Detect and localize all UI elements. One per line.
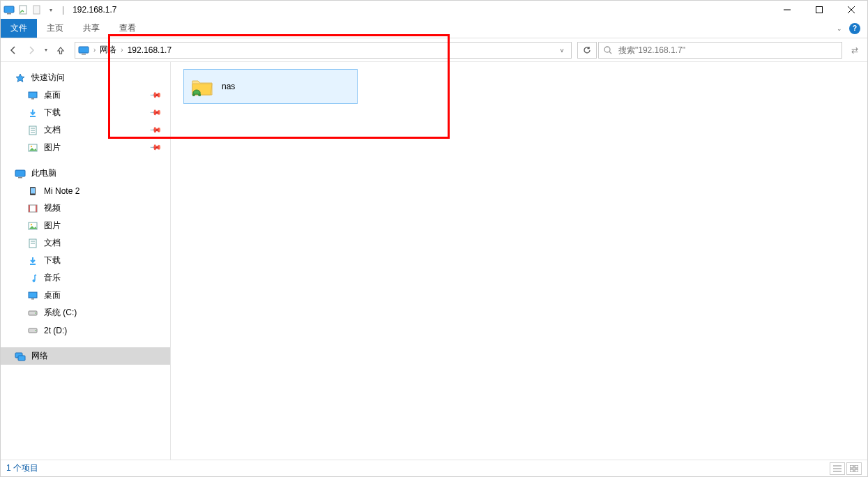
svg-point-43: [192, 93, 195, 96]
tree-this-pc[interactable]: 此电脑: [1, 165, 170, 182]
tree-pictures[interactable]: 图片 📌: [1, 139, 170, 156]
pin-icon: 📌: [149, 141, 162, 154]
tree-label: 文档: [44, 237, 61, 249]
tree-desktop-pc[interactable]: 桌面: [1, 287, 170, 304]
svg-point-29: [31, 223, 32, 225]
nav-back-button[interactable]: [5, 42, 22, 59]
svg-rect-35: [29, 292, 37, 298]
tree-downloads[interactable]: 下载 📌: [1, 104, 170, 121]
tree-downloads-pc[interactable]: 下载: [1, 252, 170, 269]
download-icon: [27, 107, 38, 119]
share-item-label: nas: [222, 82, 235, 91]
minimize-button[interactable]: [771, 1, 803, 19]
help-icon[interactable]: ?: [849, 23, 860, 34]
svg-rect-48: [850, 465, 853, 468]
breadcrumb-host[interactable]: 192.168.1.7: [128, 45, 172, 55]
breadcrumb-network[interactable]: 网络: [100, 44, 116, 56]
document-icon: [27, 125, 38, 136]
breadcrumb-sep-icon: ›: [93, 46, 96, 54]
svg-rect-42: [18, 356, 25, 361]
tree-label: Mi Note 2: [44, 186, 79, 196]
video-icon: [27, 203, 38, 214]
tree-label: 文档: [44, 124, 61, 136]
svg-rect-21: [15, 170, 25, 176]
pc-icon: [15, 168, 26, 179]
ribbon-expand-icon[interactable]: ⌄: [837, 25, 842, 32]
pin-icon: 📌: [149, 123, 162, 137]
breadcrumb-sep-icon: ›: [121, 46, 123, 54]
tree-label: 下载: [44, 255, 61, 266]
download-icon: [27, 255, 38, 266]
close-button[interactable]: [835, 1, 867, 19]
tree-drive-c[interactable]: 系统 (C:): [1, 304, 170, 321]
search-box[interactable]: [598, 42, 842, 59]
qat-properties-icon[interactable]: [17, 4, 29, 15]
svg-rect-0: [4, 6, 14, 13]
tree-label: 此电脑: [31, 167, 56, 179]
svg-point-20: [31, 145, 32, 146]
qat-new-folder-icon[interactable]: [31, 4, 43, 15]
svg-rect-12: [29, 92, 37, 98]
svg-rect-24: [31, 188, 35, 193]
tree-videos[interactable]: 视频: [1, 199, 170, 217]
maximize-button[interactable]: [803, 1, 835, 19]
address-dropdown-icon[interactable]: v: [556, 47, 568, 54]
search-icon: [603, 45, 613, 55]
desktop-icon: [27, 90, 38, 101]
tree-documents-pc[interactable]: 文档: [1, 234, 170, 252]
status-item-count: 1 个项目: [6, 462, 38, 474]
network-icon: [15, 351, 26, 362]
ribbon-tab-view[interactable]: 查看: [109, 19, 146, 38]
tree-network[interactable]: 网络: [1, 347, 170, 365]
svg-rect-8: [79, 47, 89, 53]
tree-label: 下载: [44, 107, 61, 119]
refresh-button[interactable]: [577, 42, 597, 59]
tree-desktop[interactable]: 桌面 📌: [1, 86, 170, 104]
ribbon-tab-file[interactable]: 文件: [1, 19, 37, 38]
svg-point-38: [35, 312, 36, 314]
nav-forward-button[interactable]: [23, 42, 40, 59]
tree-documents[interactable]: 文档 📌: [1, 121, 170, 139]
tree-label: 2t (D:): [44, 326, 67, 335]
tree-pictures-pc[interactable]: 图片: [1, 217, 170, 234]
nav-overflow-icon[interactable]: ⇄: [846, 42, 863, 59]
tree-quick-access[interactable]: 快速访问: [1, 69, 170, 86]
svg-point-34: [33, 279, 36, 282]
tree-label: 图片: [44, 220, 61, 232]
content-pane[interactable]: nas: [171, 62, 867, 460]
ribbon-tab-share[interactable]: 共享: [73, 19, 109, 38]
svg-point-10: [604, 47, 610, 52]
svg-point-40: [35, 330, 36, 331]
search-input[interactable]: [617, 45, 837, 56]
star-icon: [15, 73, 26, 84]
qat-dropdown-icon[interactable]: ▾: [45, 4, 56, 15]
tree-label: 系统 (C:): [44, 307, 77, 319]
svg-rect-3: [33, 6, 40, 14]
window-title: 192.168.1.7: [70, 5, 116, 15]
view-details-button[interactable]: [830, 462, 845, 475]
pin-icon: 📌: [149, 89, 162, 102]
share-item-nas[interactable]: nas: [183, 69, 358, 104]
tree-phone[interactable]: Mi Note 2: [1, 182, 170, 199]
phone-icon: [27, 186, 38, 197]
view-icons-button[interactable]: [846, 462, 862, 475]
tree-drive-d[interactable]: 2t (D:): [1, 321, 170, 339]
desktop-icon: [27, 290, 38, 301]
address-bar[interactable]: › 网络 › 192.168.1.7 v: [75, 42, 572, 59]
svg-rect-13: [31, 98, 34, 100]
svg-rect-9: [82, 54, 86, 55]
ribbon-tab-home[interactable]: 主页: [37, 19, 73, 38]
nav-tree: 快速访问 桌面 📌 下载 📌 文档 📌 图片 📌: [1, 62, 171, 460]
svg-rect-50: [850, 469, 853, 472]
tree-label: 图片: [44, 142, 61, 153]
svg-rect-22: [18, 177, 22, 179]
tree-label: 快速访问: [31, 72, 65, 84]
tree-music[interactable]: 音乐: [1, 269, 170, 287]
svg-rect-26: [29, 205, 30, 212]
document-icon: [27, 238, 38, 249]
nav-recent-dropdown[interactable]: ▾: [41, 42, 51, 59]
title-separator: |: [59, 5, 67, 15]
nav-up-button[interactable]: [52, 42, 69, 59]
tree-label: 网络: [31, 350, 48, 362]
tree-label: 视频: [44, 202, 61, 214]
